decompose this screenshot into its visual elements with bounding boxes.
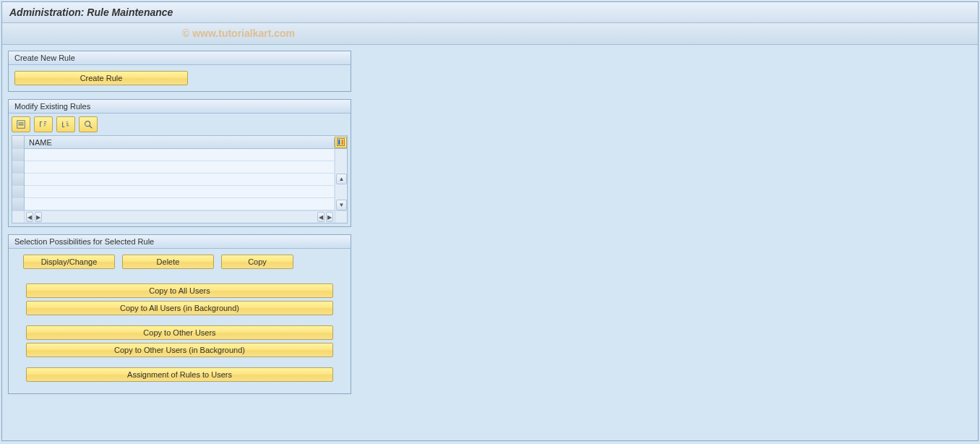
scroll-up-icon[interactable]: ▲ bbox=[336, 174, 347, 184]
modify-rules-panel: Modify Existing Rules NAME bbox=[8, 99, 351, 227]
display-change-button[interactable]: Display/Change bbox=[23, 255, 115, 269]
cell-name[interactable] bbox=[25, 198, 335, 210]
row-selector[interactable] bbox=[12, 174, 25, 186]
find-icon bbox=[83, 119, 93, 129]
scroll-left-icon[interactable]: ◀ bbox=[26, 212, 33, 222]
select-all-header[interactable] bbox=[12, 136, 25, 149]
grid-header: NAME bbox=[12, 136, 347, 149]
create-rule-button[interactable]: Create Rule bbox=[14, 71, 188, 85]
grid-body bbox=[12, 149, 335, 210]
content-area: Create New Rule Create Rule Modify Exist… bbox=[2, 45, 978, 407]
svg-line-4 bbox=[90, 126, 93, 129]
app-toolbar: © www.tutorialkart.com bbox=[2, 23, 978, 45]
cell-name[interactable] bbox=[25, 174, 335, 185]
create-new-rule-panel: Create New Rule Create Rule bbox=[8, 51, 351, 92]
row-selector[interactable] bbox=[12, 198, 25, 210]
find-icon-button[interactable] bbox=[79, 116, 98, 132]
assignment-rules-button[interactable]: Assignment of Rules to Users bbox=[26, 367, 333, 382]
cell-name[interactable] bbox=[25, 161, 335, 173]
sort-desc-icon-button[interactable] bbox=[56, 116, 75, 132]
page-title: Administration: Rule Maintenance bbox=[2, 2, 978, 23]
table-row[interactable] bbox=[12, 198, 335, 210]
watermark-text: © www.tutorialkart.com bbox=[182, 27, 295, 39]
copy-other-users-bg-button[interactable]: Copy to Other Users (in Background) bbox=[26, 343, 333, 357]
row-selector[interactable] bbox=[12, 161, 25, 174]
copy-button[interactable]: Copy bbox=[221, 255, 293, 269]
rules-grid: NAME ▲ ▼ bbox=[12, 135, 348, 223]
svg-rect-1 bbox=[19, 122, 24, 123]
scroll-right-icon[interactable]: ▶ bbox=[35, 212, 42, 222]
grid-toolbar bbox=[9, 114, 351, 132]
delete-button[interactable]: Delete bbox=[122, 255, 214, 269]
selection-panel-header: Selection Possibilities for Selected Rul… bbox=[9, 235, 351, 249]
sort-desc-icon bbox=[61, 119, 71, 129]
scroll-right-end-icon[interactable]: ▶ bbox=[326, 212, 333, 222]
table-settings-icon bbox=[337, 138, 345, 146]
cell-name[interactable] bbox=[25, 149, 335, 161]
svg-rect-2 bbox=[19, 124, 24, 125]
modify-panel-header: Modify Existing Rules bbox=[9, 100, 351, 114]
table-row[interactable] bbox=[12, 174, 335, 186]
sort-asc-icon-button[interactable] bbox=[34, 116, 53, 132]
table-row[interactable] bbox=[12, 161, 335, 174]
cell-name[interactable] bbox=[25, 186, 335, 197]
row-selector[interactable] bbox=[12, 149, 25, 161]
create-panel-header: Create New Rule bbox=[9, 51, 351, 65]
copy-other-users-button[interactable]: Copy to Other Users bbox=[26, 325, 333, 340]
copy-all-users-bg-button[interactable]: Copy to All Users (in Background) bbox=[26, 301, 333, 315]
column-header-name[interactable]: NAME bbox=[25, 138, 335, 147]
copy-all-users-button[interactable]: Copy to All Users bbox=[26, 283, 333, 298]
svg-point-3 bbox=[85, 121, 90, 127]
sort-asc-icon bbox=[38, 119, 48, 129]
horizontal-scrollbar[interactable]: ◀ ▶ ◀ ▶ bbox=[12, 210, 347, 223]
svg-rect-6 bbox=[338, 140, 340, 145]
scroll-left-end-icon[interactable]: ◀ bbox=[317, 212, 324, 222]
details-icon bbox=[16, 119, 26, 129]
selection-possibilities-panel: Selection Possibilities for Selected Rul… bbox=[8, 234, 351, 394]
svg-rect-7 bbox=[341, 140, 343, 145]
scroll-down-icon[interactable]: ▼ bbox=[336, 200, 347, 210]
details-icon-button[interactable] bbox=[12, 116, 30, 132]
app-frame: Administration: Rule Maintenance © www.t… bbox=[1, 1, 979, 441]
table-settings-button[interactable] bbox=[335, 137, 347, 148]
table-row[interactable] bbox=[12, 149, 335, 161]
row-selector[interactable] bbox=[12, 186, 25, 198]
table-row[interactable] bbox=[12, 186, 335, 198]
vertical-scrollbar[interactable]: ▲ ▼ bbox=[335, 149, 347, 210]
